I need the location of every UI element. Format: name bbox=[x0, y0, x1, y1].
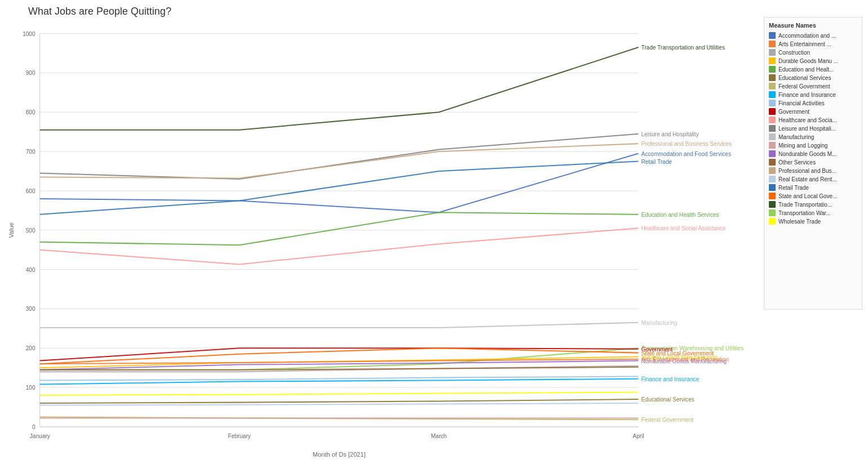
legend-swatch bbox=[769, 83, 776, 90]
legend-label: Construction bbox=[778, 50, 810, 56]
legend-item[interactable]: Manufacturing bbox=[769, 133, 857, 140]
svg-text:Value: Value bbox=[8, 222, 15, 238]
legend-item[interactable]: Mining and Logging bbox=[769, 142, 857, 149]
legend-swatch bbox=[769, 91, 776, 98]
chart-title: What Jobs are People Quitting? bbox=[28, 6, 764, 17]
legend-item[interactable]: Other Services bbox=[769, 159, 857, 166]
line-label: Retail Trade bbox=[641, 159, 672, 165]
legend-label: Federal Government bbox=[778, 83, 830, 90]
legend-item[interactable]: Construction bbox=[769, 49, 857, 56]
legend-label: Manufacturing bbox=[778, 134, 814, 140]
legend-item[interactable]: Education and Healt... bbox=[769, 66, 857, 73]
svg-text:300: 300 bbox=[26, 306, 35, 312]
legend-label: State and Local Gove... bbox=[778, 193, 838, 199]
legend-swatch bbox=[769, 201, 776, 208]
legend-label: Government bbox=[778, 109, 809, 115]
legend-item[interactable]: Real Estate and Rent... bbox=[769, 176, 857, 182]
legend-item[interactable]: Arts Entertainment ... bbox=[769, 41, 857, 47]
legend-item[interactable]: Accommodation and ... bbox=[769, 32, 857, 39]
legend-swatch bbox=[769, 125, 776, 132]
legend-label: Transportation War... bbox=[778, 210, 831, 216]
legend-swatch bbox=[769, 176, 776, 182]
legend-label: Accommodation and ... bbox=[778, 33, 836, 39]
svg-text:600: 600 bbox=[26, 188, 35, 194]
legend-label: Educational Services bbox=[778, 75, 831, 81]
legend-item[interactable]: Government bbox=[769, 108, 857, 115]
svg-text:100: 100 bbox=[26, 385, 35, 391]
legend-swatch bbox=[769, 41, 776, 47]
line-label: Leisure and Hospitality bbox=[641, 131, 699, 137]
legend-swatch bbox=[769, 133, 776, 140]
line-label: Finance and Insurance bbox=[641, 376, 699, 382]
legend-item[interactable]: Retail Trade bbox=[769, 184, 857, 191]
legend-swatch bbox=[769, 218, 776, 225]
legend-item[interactable]: Finance and Insurance bbox=[769, 91, 857, 98]
legend-item[interactable]: Federal Government bbox=[769, 83, 857, 90]
svg-text:February: February bbox=[228, 433, 251, 439]
legend-swatch bbox=[769, 57, 776, 64]
legend-label: Nondurable Goods M... bbox=[778, 151, 836, 157]
legend-label: Professional and Bus... bbox=[778, 168, 836, 174]
main-chart-svg: 01002003004005006007008009001000JanuaryF… bbox=[6, 22, 764, 461]
legend-label: Wholesale Trade bbox=[778, 218, 821, 225]
legend-item[interactable]: Leisure and Hospitali... bbox=[769, 125, 857, 132]
legend-swatch bbox=[769, 32, 776, 39]
legend-swatch bbox=[769, 150, 776, 157]
legend-item[interactable]: State and Local Gove... bbox=[769, 193, 857, 199]
legend-title: Measure Names bbox=[769, 22, 857, 29]
legend-item[interactable]: Healthcare and Socia... bbox=[769, 117, 857, 123]
line-label: Federal Government bbox=[641, 417, 693, 423]
legend-item[interactable]: Professional and Bus... bbox=[769, 167, 857, 174]
legend-item[interactable]: Trade Transportatio... bbox=[769, 201, 857, 208]
svg-text:700: 700 bbox=[26, 149, 35, 155]
legend-item[interactable]: Financial Activities bbox=[769, 100, 857, 106]
svg-text:0: 0 bbox=[32, 424, 35, 430]
legend-swatch bbox=[769, 100, 776, 106]
line-label: Educational Services bbox=[641, 396, 694, 403]
legend-item[interactable]: Wholesale Trade bbox=[769, 218, 857, 225]
legend-swatch bbox=[769, 142, 776, 149]
line-label: Professional and Business Services bbox=[641, 141, 732, 147]
legend-swatch bbox=[769, 159, 776, 166]
svg-text:January: January bbox=[30, 433, 51, 439]
legend-item[interactable]: Educational Services bbox=[769, 74, 857, 81]
legend-swatch bbox=[769, 193, 776, 199]
svg-text:800: 800 bbox=[26, 109, 35, 115]
line-label: Arts Entertainment and Recreation bbox=[641, 356, 728, 363]
legend-swatch bbox=[769, 209, 776, 216]
line-label: Accommodation and Food Services bbox=[641, 151, 731, 157]
legend-label: Education and Healt... bbox=[778, 66, 834, 73]
line-label: Trade Transportation and Utilities bbox=[641, 44, 725, 51]
legend-swatch bbox=[769, 66, 776, 73]
legend-label: Durable Goods Manu ... bbox=[778, 58, 838, 64]
svg-text:April: April bbox=[633, 433, 644, 439]
legend-label: Mining and Logging bbox=[778, 142, 827, 149]
line-label: Healthcare and Social Assistance bbox=[641, 225, 725, 231]
legend-swatch bbox=[769, 117, 776, 123]
legend-item[interactable]: Transportation War... bbox=[769, 209, 857, 216]
legend-swatch bbox=[769, 184, 776, 191]
svg-text:400: 400 bbox=[26, 267, 35, 273]
legend-label: Financial Activities bbox=[778, 100, 825, 106]
svg-text:1000: 1000 bbox=[23, 31, 35, 37]
legend-label: Real Estate and Rent... bbox=[778, 176, 836, 182]
legend-label: Other Services bbox=[778, 159, 816, 166]
legend-label: Trade Transportatio... bbox=[778, 202, 832, 208]
legend-panel[interactable]: Measure Names Accommodation and ... Arts… bbox=[764, 17, 862, 310]
svg-text:Month of Ds [2021]: Month of Ds [2021] bbox=[313, 451, 366, 458]
legend-swatch bbox=[769, 108, 776, 115]
legend-items: Accommodation and ... Arts Entertainment… bbox=[769, 32, 857, 225]
legend-swatch bbox=[769, 49, 776, 56]
legend-label: Arts Entertainment ... bbox=[778, 41, 831, 47]
legend-item[interactable]: Durable Goods Manu ... bbox=[769, 57, 857, 64]
chart-container: What Jobs are People Quitting? 010020030… bbox=[0, 0, 868, 473]
legend-label: Healthcare and Socia... bbox=[778, 117, 837, 123]
legend-swatch bbox=[769, 167, 776, 174]
legend-label: Retail Trade bbox=[778, 185, 809, 191]
svg-text:500: 500 bbox=[26, 227, 35, 234]
chart-area: What Jobs are People Quitting? 010020030… bbox=[6, 6, 764, 467]
line-label: Manufacturing bbox=[641, 320, 677, 326]
line-label: Education and Health Services bbox=[641, 212, 719, 218]
legend-item[interactable]: Nondurable Goods M... bbox=[769, 150, 857, 157]
legend-label: Leisure and Hospitali... bbox=[778, 126, 836, 132]
